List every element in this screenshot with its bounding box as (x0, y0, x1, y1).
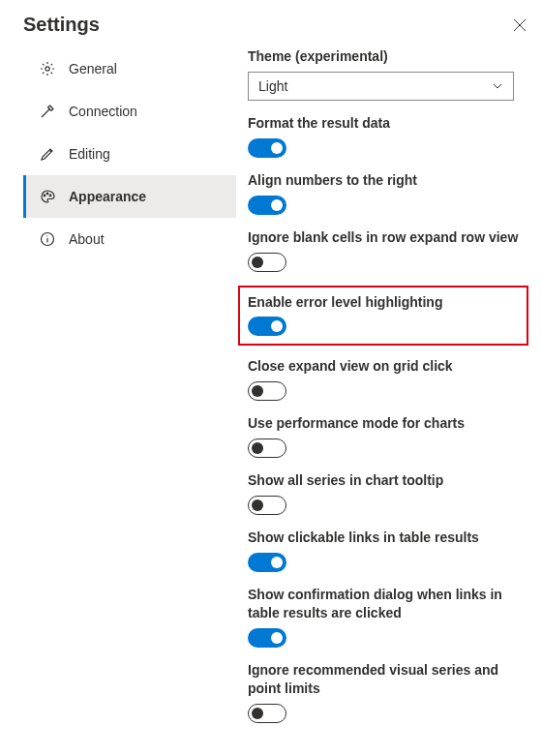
sidebar-item-label: About (69, 231, 105, 247)
sidebar-item-label: Connection (69, 104, 137, 119)
toggle-link-confirm[interactable] (248, 628, 286, 648)
toggle-format-result[interactable] (248, 138, 286, 158)
setting-label: Close expand view on grid click (248, 357, 525, 376)
setting-label: Use performance mode for charts (248, 414, 525, 433)
settings-content: Theme (experimental) Light Format the re… (236, 45, 532, 756)
toggle-clickable-links[interactable] (248, 553, 286, 572)
toggle-ignore-blank[interactable] (248, 253, 286, 272)
setting-label: Ignore recommended visual series and poi… (248, 661, 525, 698)
sidebar-item-label: Editing (69, 146, 110, 162)
setting-format-result: Format the result data (248, 114, 525, 158)
setting-label: Show all series in chart tooltip (248, 471, 525, 490)
setting-label: Enable error level highlighting (248, 293, 519, 312)
toggle-ignore-limits[interactable] (248, 704, 286, 723)
theme-select[interactable]: Light (248, 72, 514, 101)
toggle-close-expand[interactable] (248, 381, 286, 401)
page-title: Settings (23, 14, 100, 36)
toggle-perf-mode[interactable] (248, 438, 286, 458)
pencil-icon (40, 146, 55, 162)
sidebar-item-about[interactable]: About (23, 218, 236, 260)
svg-point-2 (45, 67, 49, 71)
setting-label: Align numbers to the right (248, 171, 525, 190)
sidebar-item-appearance[interactable]: Appearance (23, 175, 236, 218)
setting-theme: Theme (experimental) Light (248, 47, 525, 101)
highlight-box: Enable error level highlighting (238, 286, 528, 347)
svg-point-4 (46, 193, 48, 195)
settings-panel: Settings General Connection (0, 0, 542, 756)
sidebar-item-general[interactable]: General (23, 47, 236, 90)
toggle-all-series-tooltip[interactable] (248, 496, 286, 515)
setting-label: Show confirmation dialog when links in t… (248, 586, 525, 622)
sidebar-item-editing[interactable]: Editing (23, 133, 236, 175)
setting-label: Ignore blank cells in row expand row vie… (248, 228, 525, 247)
setting-link-confirm: Show confirmation dialog when links in t… (248, 586, 525, 648)
theme-value: Light (258, 78, 287, 94)
setting-all-series-tooltip: Show all series in chart tooltip (248, 471, 525, 515)
setting-label: Show clickable links in table results (248, 529, 525, 547)
setting-ignore-blank: Ignore blank cells in row expand row vie… (248, 228, 525, 272)
setting-align-numbers: Align numbers to the right (248, 171, 525, 215)
plug-icon (40, 104, 55, 119)
close-icon[interactable] (513, 18, 527, 32)
setting-clickable-links: Show clickable links in table results (248, 529, 525, 572)
svg-point-5 (49, 195, 51, 197)
setting-ignore-limits: Ignore recommended visual series and poi… (248, 661, 525, 723)
sidebar: General Connection Editing Appearance (23, 45, 236, 756)
info-icon (40, 231, 55, 247)
sidebar-item-label: General (69, 61, 117, 76)
sidebar-item-label: Appearance (69, 189, 146, 204)
setting-perf-mode: Use performance mode for charts (248, 414, 525, 458)
setting-label: Theme (experimental) (248, 47, 525, 66)
gear-icon (40, 61, 55, 76)
chevron-down-icon (492, 80, 503, 92)
setting-error-highlighting: Enable error level highlighting (248, 293, 519, 337)
svg-point-8 (46, 235, 47, 236)
setting-close-expand: Close expand view on grid click (248, 357, 525, 401)
setting-label: Format the result data (248, 114, 525, 133)
header: Settings (23, 14, 532, 36)
sidebar-item-connection[interactable]: Connection (23, 90, 236, 133)
palette-icon (40, 189, 55, 204)
toggle-align-numbers[interactable] (248, 196, 286, 215)
toggle-error-highlighting[interactable] (248, 317, 286, 336)
svg-point-3 (44, 195, 45, 197)
